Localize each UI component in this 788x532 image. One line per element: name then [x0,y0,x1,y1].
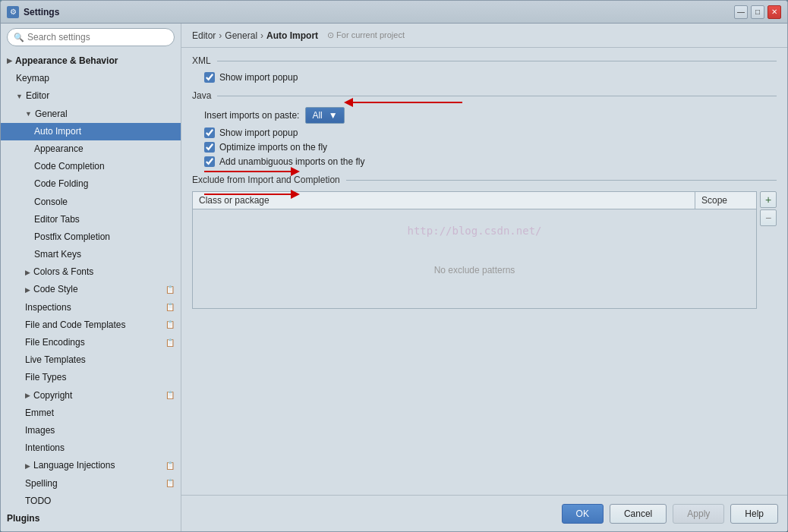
sidebar-item-file-encodings[interactable]: File Encodings 📋 [1,334,181,351]
xml-show-popup-label: Show import popup [219,72,298,83]
bottom-bar: OK Cancel Apply Help [181,495,787,531]
dropdown-arrow-icon: ▼ [326,110,341,121]
ok-button[interactable]: OK [562,504,604,524]
cancel-button[interactable]: Cancel [610,504,667,524]
sidebar-item-colors-fonts[interactable]: ▶ Colors & Fonts [1,263,181,281]
sidebar-item-editor-tabs[interactable]: Editor Tabs [1,211,181,228]
help-button[interactable]: Help [730,504,778,524]
add-unambiguous-row: Add unambiguous imports on the fly [204,156,777,167]
triangle-icon: ▼ [16,91,23,102]
optimize-imports-label: Optimize imports on the fly [219,142,327,153]
xml-show-popup-row: Show import popup [204,72,777,83]
settings-icon: 📋 [165,301,175,313]
maximize-button[interactable]: □ [751,5,764,19]
sidebar-item-todo[interactable]: TODO [1,493,181,510]
settings-icon: 📋 [165,284,175,296]
insert-imports-row: Insert imports on paste: All ▼ [204,107,777,124]
apply-button[interactable]: Apply [673,504,724,524]
sidebar-item-appearance[interactable]: Appearance [1,140,181,158]
sidebar-item-plugins[interactable]: Plugins [1,510,181,527]
sidebar-item-language-injections[interactable]: ▶ Language Injections 📋 [1,457,181,474]
window-controls: — □ ✕ [734,5,781,19]
sidebar-item-keymap[interactable]: Keymap [1,70,181,87]
settings-icon: 📋 [165,337,175,349]
optimize-imports-checkbox[interactable] [204,142,215,153]
java-show-popup-row: Show import popup [204,127,777,138]
xml-divider-line [217,61,777,61]
close-button[interactable]: ✕ [768,5,781,19]
exclude-divider-line [346,180,777,181]
for-project-label: ⊙ For current project [327,30,405,40]
search-input[interactable] [27,32,168,42]
sidebar-item-editor[interactable]: ▼ Editor [1,87,181,105]
triangle-icon: ▶ [25,461,30,471]
settings-icon: 📋 [165,477,175,490]
exclude-section: Exclude from Import and Completion Class… [192,175,777,309]
settings-icon: 📋 [165,460,175,472]
xml-show-popup-checkbox[interactable] [204,72,215,83]
remove-pattern-button[interactable]: − [760,209,777,226]
breadcrumb-editor: Editor [192,30,216,41]
triangle-icon: ▶ [25,390,30,401]
nav-tree: ▶ Appearance & Behavior Keymap ▼ Editor … [1,51,181,531]
table-buttons: + − [760,191,777,226]
exclude-table-container: Class or package Scope http://blog.csdn.… [192,191,757,309]
sidebar-item-smart-keys[interactable]: Smart Keys [1,246,181,263]
sidebar-item-general[interactable]: ▼ General [1,105,181,123]
search-icon: 🔍 [14,33,24,42]
window-icon: ⚙ [7,6,19,18]
sidebar-item-copyright[interactable]: ▶ Copyright 📋 [1,387,181,405]
settings-window: ⚙ Settings — □ ✕ 🔍 ▶ Appearance & Behavi… [0,0,788,532]
java-section-divider: Java [192,90,777,101]
minimize-button[interactable]: — [734,5,748,19]
sidebar-item-console[interactable]: Console [1,194,181,211]
triangle-icon: ▶ [25,267,30,278]
insert-imports-dropdown[interactable]: All ▼ [305,107,344,124]
sidebar-item-inspections[interactable]: Inspections 📋 [1,299,181,316]
settings-content: XML Show import popup Java Insert import… [181,48,787,495]
add-unambiguous-checkbox[interactable] [204,156,215,167]
sidebar-item-code-style[interactable]: ▶ Code Style 📋 [1,281,181,298]
sidebar-item-intentions[interactable]: Intentions [1,439,181,457]
search-box[interactable]: 🔍 [7,28,175,46]
sidebar-item-emmet[interactable]: Emmet [1,405,181,422]
sidebar-item-images[interactable]: Images [1,422,181,439]
sidebar-item-file-types[interactable]: File Types [1,369,181,386]
exclude-section-divider: Exclude from Import and Completion [192,175,777,185]
exclude-section-label: Exclude from Import and Completion [192,175,340,185]
exclude-table-header: Class or package Scope [193,192,756,209]
breadcrumb-sep1: › [219,30,222,41]
optimize-imports-row: Optimize imports on the fly [204,142,777,153]
add-pattern-button[interactable]: + [760,191,777,208]
exclude-row: Class or package Scope http://blog.csdn.… [192,191,777,309]
breadcrumb-current: Auto Import [266,30,318,41]
sidebar-item-appearance-behavior[interactable]: ▶ Appearance & Behavior [1,52,181,70]
sidebar-item-auto-import[interactable]: Auto Import [1,123,181,140]
java-show-popup-checkbox[interactable] [204,127,215,138]
insert-imports-label: Insert imports on paste: [204,110,299,121]
breadcrumb-general: General [225,30,257,41]
breadcrumb-bar: Editor › General › Auto Import ⊙ For cur… [181,24,787,48]
sidebar-item-live-templates[interactable]: Live Templates [1,351,181,369]
sidebar-item-file-code-templates[interactable]: File and Code Templates 📋 [1,316,181,334]
triangle-icon: ▶ [25,285,30,295]
java-show-popup-label: Show import popup [219,127,298,138]
sidebar-item-postfix-completion[interactable]: Postfix Completion [1,228,181,246]
no-patterns-text: No exclude patterns [434,265,515,275]
sidebar-item-spelling[interactable]: Spelling 📋 [1,475,181,493]
sidebar-item-code-completion[interactable]: Code Completion [1,158,181,175]
xml-section-label: XML [192,55,211,66]
add-unambiguous-label: Add unambiguous imports on the fly [219,156,364,167]
watermark-text: http://blog.csdn.net/ [407,225,541,237]
sidebar-item-code-folding[interactable]: Code Folding [1,175,181,193]
sidebar: 🔍 ▶ Appearance & Behavior Keymap ▼ Edito… [1,24,181,531]
triangle-icon: ▼ [25,109,32,119]
main-panel: Editor › General › Auto Import ⊙ For cur… [181,24,787,531]
exclude-table-body: http://blog.csdn.net/ No exclude pattern… [193,209,756,308]
dropdown-value: All [309,110,325,121]
java-divider-line [217,96,777,96]
settings-icon: 📋 [165,319,175,331]
xml-section-divider: XML [192,55,777,66]
window-title: Settings [24,7,734,17]
java-section-label: Java [192,90,211,101]
